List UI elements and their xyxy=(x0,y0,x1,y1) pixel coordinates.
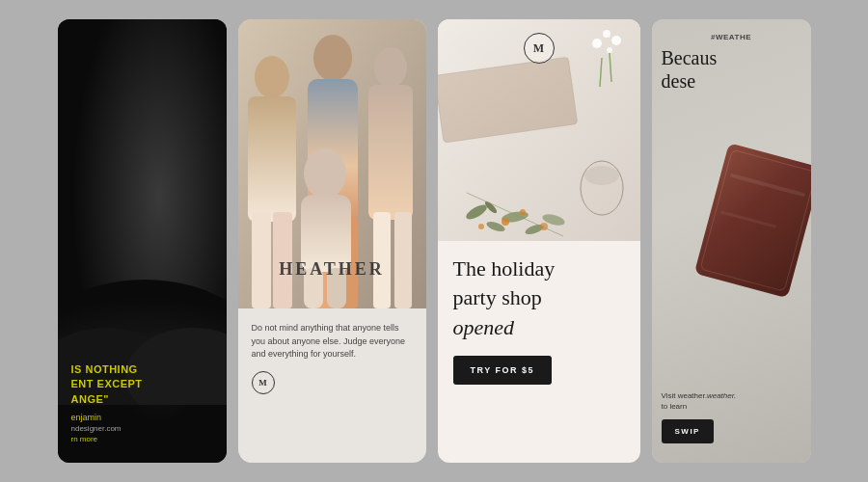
brand-name: HEATHER xyxy=(238,259,426,280)
headline-line1: Becaus xyxy=(662,47,718,68)
svg-point-4 xyxy=(255,56,289,98)
svg-point-24 xyxy=(603,30,610,38)
card-bottom: Do not mind anything that anyone tells y… xyxy=(238,308,426,408)
svg-rect-13 xyxy=(368,85,413,220)
card-quote-text: IS NOTHING ENT EXCEPT ANGE" enjamin ndes… xyxy=(71,362,213,443)
learn-more-link[interactable]: rn more xyxy=(71,435,213,443)
website-text: ndesigner.com xyxy=(71,424,213,433)
leather-goods-image xyxy=(695,135,811,308)
card-description: Do not mind anything that anyone tells y… xyxy=(252,322,413,362)
quote-author: enjamin xyxy=(71,413,213,422)
fashion-card: HEATHER Do not mind anything that anyone… xyxy=(238,19,426,463)
brand-logo: M xyxy=(252,371,275,394)
card-top-image: M xyxy=(438,19,640,241)
svg-point-37 xyxy=(502,218,509,226)
svg-point-39 xyxy=(478,224,484,229)
quote-card: IS NOTHING ENT EXCEPT ANGE" enjamin ndes… xyxy=(58,19,227,463)
swipe-button[interactable]: SWIP xyxy=(662,419,714,443)
card-content: The holiday party shop opened TRY FOR $5 xyxy=(438,241,640,398)
weather-card: #WEATHE Becaus dese xyxy=(652,19,811,463)
headline-line1: The holiday xyxy=(453,256,625,281)
card-headline: Becaus dese xyxy=(662,46,801,93)
hashtag: #WEATHE xyxy=(652,33,811,41)
svg-rect-5 xyxy=(248,96,296,222)
subline: opened xyxy=(453,315,625,340)
headline-line2: party shop xyxy=(453,285,625,310)
cta-button[interactable]: TRY FOR $5 xyxy=(453,356,553,385)
headline-line2: dese xyxy=(662,70,696,92)
svg-point-16 xyxy=(304,148,346,199)
svg-point-30 xyxy=(584,166,619,185)
svg-point-38 xyxy=(520,209,526,215)
visit-text: Visit weather.weather. to learn xyxy=(662,390,801,412)
holiday-shop-card: M xyxy=(438,19,640,463)
card-bottom: Visit weather.weather. to learn SWIP xyxy=(662,390,801,443)
m-logo: M xyxy=(524,33,555,64)
svg-point-25 xyxy=(611,36,621,45)
svg-point-12 xyxy=(374,47,407,88)
svg-point-23 xyxy=(592,39,602,48)
cards-container: IS NOTHING ENT EXCEPT ANGE" enjamin ndes… xyxy=(39,0,830,482)
fashion-image: HEATHER xyxy=(238,19,426,308)
quote-text: IS NOTHING ENT EXCEPT ANGE" xyxy=(71,362,213,407)
svg-point-8 xyxy=(313,35,352,81)
svg-point-26 xyxy=(607,47,612,53)
